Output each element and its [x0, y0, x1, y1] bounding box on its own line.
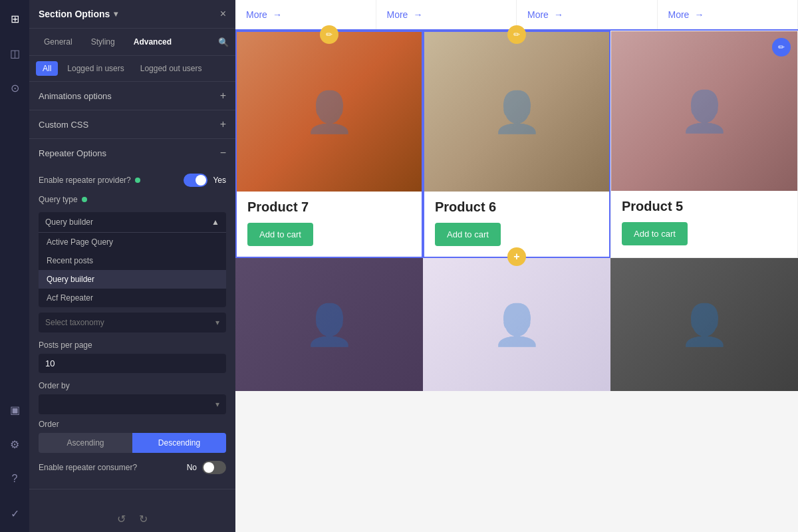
redo-icon[interactable]: ↻ — [139, 513, 148, 525]
panel-title-chevron: ▾ — [114, 9, 118, 19]
product-name-6: Product 6 — [435, 200, 598, 215]
query-builder-dropdown[interactable]: Query builder ▲ Active Page Query Recent… — [39, 212, 226, 307]
consumer-label: Enable repeater consumer? — [39, 463, 137, 472]
query-option-acf-repeater[interactable]: Acf Repeater — [39, 289, 226, 307]
more-arrow-4: → — [694, 9, 704, 20]
animations-label: Animations options — [39, 91, 112, 101]
more-cell-4: More → — [658, 0, 799, 29]
product-grid: ✏ 👤 Product 7 Add to cart ✏ + 👤 Product … — [235, 31, 798, 258]
query-option-query-builder[interactable]: Query builder — [39, 270, 226, 289]
order-descending-button[interactable]: Descending — [132, 433, 226, 453]
dropdown-list: Active Page Query Recent posts Query bui… — [39, 232, 226, 307]
animations-section-header[interactable]: Animations options + — [29, 82, 235, 110]
panel-close-button[interactable]: × — [220, 8, 226, 20]
add-to-cart-button-6[interactable]: Add to cart — [435, 223, 501, 246]
add-section-icon[interactable]: + — [507, 247, 526, 266]
taxonomy-placeholder: Select taxonomy — [45, 318, 104, 327]
more-cell-3: More → — [517, 0, 658, 29]
taxonomy-select[interactable]: Select taxonomy ▾ — [39, 313, 226, 332]
edit-icon-right[interactable]: ✏ — [772, 38, 791, 57]
repeater-content: Enable repeater provider? Yes Query type — [29, 167, 235, 489]
more-cell-1: More → — [235, 0, 376, 29]
animations-toggle-icon: + — [220, 90, 226, 102]
settings-icon[interactable]: ⚙ — [4, 434, 25, 455]
clock-icon[interactable]: ⊙ — [4, 77, 25, 98]
search-icon[interactable]: 🔍 — [218, 37, 229, 47]
toggle-switch-on[interactable] — [184, 174, 207, 187]
order-by-select[interactable]: ▾ — [39, 394, 226, 414]
order-by-label: Order by — [39, 381, 226, 390]
product-card-6: ✏ + 👤 Product 6 Add to cart — [423, 31, 610, 258]
bottom-card-2: 👤 — [423, 258, 610, 391]
panel-header: Section Options ▾ × — [29, 0, 235, 29]
tab-general[interactable]: General — [36, 34, 80, 50]
tab-styling[interactable]: Styling — [83, 34, 123, 50]
vis-tab-logged-in[interactable]: Logged in users — [61, 61, 130, 76]
enable-provider-label: Enable repeater provider? — [39, 176, 140, 185]
enable-consumer-row: Enable repeater consumer? No — [39, 461, 226, 474]
help-icon[interactable]: ? — [4, 468, 25, 489]
dropdown-header[interactable]: Query builder ▲ — [39, 212, 226, 232]
more-arrow-2: → — [413, 9, 422, 20]
product-info-5: Product 5 Add to cart — [611, 191, 797, 256]
repeater-toggle-icon: − — [220, 147, 226, 159]
consumer-toggle[interactable]: No — [187, 461, 226, 474]
custom-css-section: Custom CSS + — [29, 110, 235, 139]
enable-provider-dot — [135, 178, 140, 183]
product-image-6: 👤 — [424, 32, 609, 192]
vis-tab-all[interactable]: All — [36, 61, 58, 76]
query-type-row: Query type — [39, 195, 226, 204]
add-to-cart-button-7[interactable]: Add to cart — [247, 223, 313, 246]
posts-per-page-input[interactable] — [39, 354, 226, 373]
grid-icon[interactable]: ⊞ — [4, 8, 25, 29]
add-to-cart-button-5[interactable]: Add to cart — [622, 222, 688, 245]
posts-per-page-label: Posts per page — [39, 340, 226, 350]
order-label: Order — [39, 420, 226, 429]
layers-icon[interactable]: ◫ — [4, 43, 25, 64]
product-name-5: Product 5 — [622, 199, 787, 214]
edit-icon-top-1[interactable]: ✏ — [320, 25, 338, 44]
query-type-dot — [82, 197, 87, 202]
more-link-1[interactable]: More — [246, 9, 267, 20]
taxonomy-chevron-icon: ▾ — [215, 318, 219, 327]
dropdown-chevron-icon: ▲ — [211, 217, 219, 227]
sidebar-icons: ⊞ ◫ ⊙ ▣ ⚙ ? ✓ — [0, 0, 29, 532]
check-icon[interactable]: ✓ — [4, 503, 25, 524]
bottom-actions: ↺ ↻ — [29, 506, 235, 532]
order-ascending-button[interactable]: Ascending — [39, 433, 132, 453]
consumer-switch[interactable] — [202, 461, 226, 474]
display-icon[interactable]: ▣ — [4, 399, 25, 420]
query-option-active-page[interactable]: Active Page Query — [39, 233, 226, 251]
bottom-product-row: 👤 👤 👤 — [235, 258, 798, 391]
product-card-5: ✏ 👤 Product 5 Add to cart — [610, 31, 798, 258]
query-option-recent-posts[interactable]: Recent posts — [39, 251, 226, 270]
undo-icon[interactable]: ↺ — [117, 513, 126, 525]
custom-css-label: Custom CSS — [39, 120, 88, 130]
repeater-section-header[interactable]: Repeater Options − — [29, 139, 235, 167]
order-by-chevron-icon: ▾ — [215, 400, 219, 409]
options-panel: Section Options ▾ × General Styling Adva… — [29, 0, 235, 532]
more-arrow-1: → — [273, 9, 282, 20]
product-name-7: Product 7 — [247, 200, 411, 215]
visibility-tabs: All Logged in users Logged out users — [29, 56, 235, 82]
panel-title: Section Options ▾ — [39, 9, 118, 19]
repeater-section: Repeater Options − Enable repeater provi… — [29, 139, 235, 489]
enable-provider-toggle[interactable]: Yes — [184, 174, 226, 187]
edit-icon-top-2[interactable]: ✏ — [507, 25, 526, 44]
toggle-switch-label: Yes — [213, 176, 226, 185]
query-type-label: Query type — [39, 195, 87, 204]
more-link-2[interactable]: More — [387, 9, 408, 20]
product-card-7: ✏ 👤 Product 7 Add to cart — [235, 31, 423, 258]
product-info-7: Product 7 Add to cart — [237, 192, 422, 257]
panel-tabs: General Styling Advanced 🔍 — [29, 29, 235, 56]
custom-css-section-header[interactable]: Custom CSS + — [29, 110, 235, 138]
vis-tab-logged-out[interactable]: Logged out users — [134, 61, 209, 76]
more-link-4[interactable]: More — [668, 9, 690, 20]
more-arrow-3: → — [554, 9, 563, 20]
more-link-3[interactable]: More — [527, 9, 549, 20]
animations-section: Animations options + — [29, 82, 235, 110]
more-cell-2: More → — [376, 0, 517, 29]
consumer-value-label: No — [187, 463, 197, 472]
tab-advanced[interactable]: Advanced — [126, 34, 180, 50]
main-content: More → More → More → More → ✏ 👤 Product … — [235, 0, 798, 532]
